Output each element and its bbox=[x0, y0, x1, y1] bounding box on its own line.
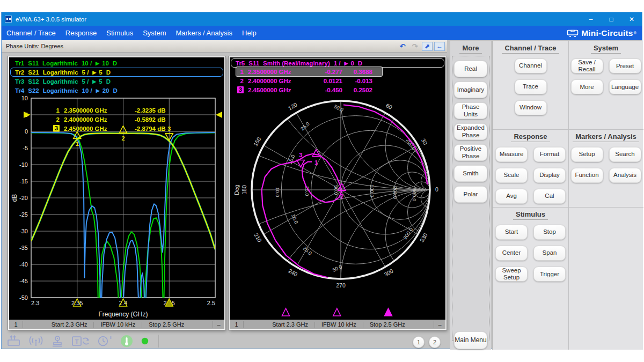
smith-axis-marker bbox=[384, 308, 392, 316]
maximize-button[interactable]: □ bbox=[601, 12, 621, 26]
trace-legend-tr2[interactable]: Tr2S21Logarithmic5 /▶5D bbox=[10, 68, 223, 77]
btn-phase-units[interactable]: Phase Units bbox=[454, 102, 487, 119]
probe-connection-icon bbox=[50, 335, 64, 348]
btn-trace[interactable]: Trace bbox=[515, 79, 547, 94]
more-header: More bbox=[450, 41, 491, 52]
btn-channel[interactable]: Channel bbox=[515, 58, 547, 73]
minimize-button[interactable]: – bbox=[581, 12, 601, 26]
svg-text:120: 120 bbox=[287, 101, 298, 111]
trace-legend-tr5[interactable]: Tr5S11Smith (Real/Imaginary)1 /▶0D bbox=[231, 58, 444, 68]
channel-number: 1 bbox=[230, 321, 244, 328]
close-button[interactable]: ✕ bbox=[621, 12, 642, 26]
btn-expanded-phase[interactable]: Expanded Phase bbox=[454, 123, 487, 140]
connection-status-dot bbox=[141, 337, 149, 345]
svg-text:1: 1 bbox=[76, 141, 79, 147]
menu-stimulus[interactable]: Stimulus bbox=[101, 26, 138, 40]
btn-scale[interactable]: Scale bbox=[495, 168, 528, 183]
rect-plot: 2.32.352.42.452.51050-5-10-15-20-25-30-3… bbox=[9, 94, 224, 321]
btn-save-recall[interactable]: Save / Recall bbox=[571, 58, 603, 73]
svg-text:100.0: 100.0 bbox=[369, 184, 375, 197]
menu-items: Channel / TraceResponseStimulusSystemMar… bbox=[2, 26, 261, 40]
btn-function[interactable]: Function bbox=[571, 168, 603, 183]
svg-text:180: 180 bbox=[241, 185, 247, 195]
menu-help[interactable]: Help bbox=[237, 26, 261, 40]
toolbar: Phase Units: Degrees ↶ ↷ ⬈ ← bbox=[2, 40, 447, 53]
btn-trigger[interactable]: Trigger bbox=[533, 267, 566, 282]
btn-more[interactable]: More bbox=[571, 79, 603, 94]
ifbw: IFBW 10 kHz bbox=[321, 321, 356, 328]
svg-text:200.0: 200.0 bbox=[392, 186, 398, 199]
btn-stop[interactable]: Stop bbox=[533, 225, 566, 240]
svg-text:60: 60 bbox=[385, 102, 393, 110]
svg-text:150: 150 bbox=[252, 136, 262, 147]
panel-minimize[interactable]: – bbox=[434, 321, 445, 328]
btn-search[interactable]: Search bbox=[609, 147, 641, 162]
expand-window-icon[interactable]: ⬈ bbox=[422, 42, 433, 51]
btn-setup[interactable]: Setup bbox=[571, 147, 603, 162]
btn-window[interactable]: Window bbox=[515, 100, 547, 115]
temperature-ok-icon bbox=[120, 334, 134, 348]
svg-text:Deg: Deg bbox=[233, 184, 240, 195]
btn-span[interactable]: Span bbox=[533, 246, 566, 261]
svg-text:330: 330 bbox=[419, 232, 429, 243]
window-title: eVNA-63+ 3.0.5 simulator bbox=[16, 16, 86, 23]
menu-channel-trace[interactable]: Channel / Trace bbox=[2, 26, 61, 40]
svg-text:300: 300 bbox=[383, 267, 394, 277]
smith-trace-legend: Tr5S11Smith (Real/Imaginary)1 /▶0D bbox=[230, 57, 445, 68]
section-title: Markers / Analysis bbox=[573, 132, 639, 142]
svg-text:10: 10 bbox=[21, 95, 28, 101]
svg-text:-50: -50 bbox=[19, 294, 28, 301]
svg-text:-45: -45 bbox=[19, 278, 28, 284]
btn-analysis[interactable]: Analysis bbox=[609, 168, 641, 183]
panel-minimize[interactable]: – bbox=[213, 321, 224, 328]
btn-smith[interactable]: Smith bbox=[454, 165, 487, 182]
main-menu-button[interactable]: Main Menu bbox=[454, 331, 487, 349]
smith-plot-panel: Tr5S11Smith (Real/Imaginary)1 /▶0D 12.35… bbox=[229, 56, 447, 330]
trace-legend-tr3[interactable]: Tr3S12Logarithmic5 /▶5D bbox=[10, 77, 223, 86]
page-2-button[interactable]: 2 bbox=[429, 336, 441, 348]
svg-text:90: 90 bbox=[338, 95, 344, 97]
btn-sweep-setup[interactable]: Sweep Setup bbox=[495, 267, 528, 282]
btn-format[interactable]: Format bbox=[533, 147, 566, 162]
svg-text:0: 0 bbox=[435, 186, 438, 193]
svg-text:Frequency (GHz): Frequency (GHz) bbox=[98, 311, 148, 318]
btn-polar[interactable]: Polar bbox=[454, 186, 487, 203]
page-1-button[interactable]: 1 bbox=[413, 336, 425, 348]
btn-language[interactable]: Language bbox=[609, 79, 641, 94]
section-stimulus: Stimulus StartStopCenterSpanSweep SetupT… bbox=[493, 207, 568, 282]
softkey-panel: Channel / Trace ChannelTraceWindow Syste… bbox=[492, 41, 643, 350]
section-title: Channel / Trace bbox=[502, 44, 559, 54]
smith-chart: 0306090120150180210240270300330Deg50.025… bbox=[230, 95, 445, 320]
menu-system[interactable]: System bbox=[138, 26, 171, 40]
btn-real[interactable]: Real bbox=[454, 61, 487, 77]
clock-sync-icon bbox=[97, 335, 113, 348]
btn-center[interactable]: Center bbox=[495, 246, 528, 261]
btn-display[interactable]: Display bbox=[533, 168, 566, 183]
svg-text:2.3: 2.3 bbox=[31, 300, 39, 306]
stop-freq: Stop 2.5 GHz bbox=[149, 321, 184, 328]
section-title: Stimulus bbox=[513, 210, 548, 220]
svg-text:30: 30 bbox=[420, 137, 429, 146]
svg-text:-35: -35 bbox=[19, 245, 28, 251]
menu-response[interactable]: Response bbox=[61, 26, 102, 40]
redo-icon[interactable]: ↷ bbox=[409, 42, 420, 51]
svg-text:50.0: 50.0 bbox=[333, 104, 345, 113]
undo-icon[interactable]: ↶ bbox=[397, 42, 408, 51]
btn-start[interactable]: Start bbox=[495, 225, 528, 240]
btn-avg[interactable]: Avg bbox=[495, 189, 528, 204]
btn-imaginary[interactable]: Imaginary bbox=[454, 82, 487, 98]
svg-text:3: 3 bbox=[299, 152, 302, 158]
back-arrow-icon[interactable]: ← bbox=[434, 42, 445, 51]
menu-markers-analysis[interactable]: Markers / Analysis bbox=[171, 26, 237, 40]
rect-plot-panel: Tr1S11Logarithmic10 /▶10DTr2S21Logarithm… bbox=[8, 56, 225, 330]
btn-cal[interactable]: Cal bbox=[533, 189, 566, 204]
trace-legend-tr1[interactable]: Tr1S11Logarithmic10 /▶10D bbox=[10, 58, 223, 68]
start-freq: Start 2.3 GHz bbox=[52, 321, 87, 328]
svg-text:10.0: 10.0 bbox=[275, 187, 281, 197]
window-controls: – □ ✕ bbox=[581, 12, 642, 26]
btn-measure[interactable]: Measure bbox=[495, 147, 528, 162]
btn-positive-phase[interactable]: Positive Phase bbox=[454, 144, 487, 161]
btn-preset[interactable]: Preset bbox=[609, 58, 641, 73]
svg-text:-20: -20 bbox=[19, 195, 28, 201]
svg-text:2: 2 bbox=[121, 135, 125, 142]
